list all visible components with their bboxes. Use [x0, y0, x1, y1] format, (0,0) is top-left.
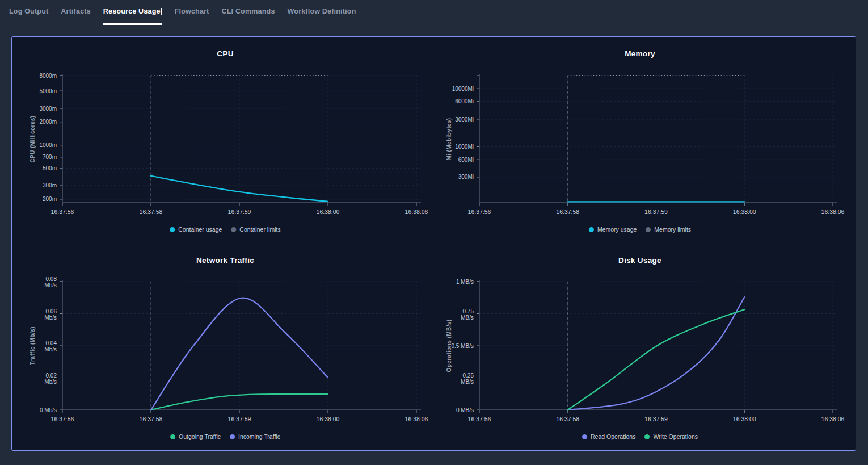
y-tick-label: MB/s — [461, 315, 474, 321]
disk-y-axis-label: Operations (MB/s) — [446, 320, 452, 372]
y-tick-label: 0 Mb/s — [40, 407, 57, 413]
memory-legend: Memory usageMemory limits — [589, 226, 691, 233]
cpu-chart: 16:37:5616:37:5816:37:5916:38:0016:38:06… — [39, 73, 428, 216]
network-legend: Outgoing TrafficIncoming Traffic — [170, 433, 280, 440]
y-tick-label: 1000m — [39, 142, 57, 148]
disk-legend: Read OperationsWrite Operations — [582, 433, 698, 440]
x-tick-label: 16:38:00 — [733, 208, 756, 215]
x-tick-label: 16:37:58 — [556, 416, 579, 422]
y-tick-label: 10000Mi — [452, 86, 474, 92]
y-tick-label: 600Mi — [458, 157, 474, 163]
cpu-chart-title: CPU — [217, 49, 233, 58]
read-operations-dot-icon — [582, 434, 587, 439]
legend-item-memory-usage[interactable]: Memory usage — [589, 226, 637, 233]
resource-usage-page: Log OutputArtifactsResource UsageFlowcha… — [0, 0, 868, 465]
x-tick-label: 16:38:06 — [405, 416, 428, 422]
y-tick-label: 0.5 MB/s — [452, 343, 474, 349]
x-tick-label: 16:37:58 — [140, 416, 163, 422]
y-tick-label: 500m — [43, 165, 57, 171]
memory-y-axis-label: Mi (Mebibytes) — [446, 118, 452, 160]
container-usage-dot-icon — [170, 227, 175, 232]
y-tick-label: 0.06 — [46, 308, 57, 315]
memory-limits-dot-icon — [646, 227, 651, 232]
y-tick-label: 3000m — [39, 106, 57, 112]
write-operations-dot-icon — [644, 434, 650, 439]
cpu-legend: Container usageContainer limits — [170, 226, 280, 233]
x-tick-label: 16:37:56 — [468, 208, 491, 215]
x-tick-label: 16:37:59 — [644, 208, 668, 215]
x-tick-label: 16:37:59 — [644, 416, 668, 422]
x-tick-label: 16:37:58 — [556, 208, 579, 215]
legend-item-write-operations[interactable]: Write Operations — [644, 433, 698, 440]
y-tick-label: 300Mi — [458, 174, 474, 180]
legend-label: Outgoing Traffic — [179, 433, 221, 440]
y-tick-label: 0.25 — [463, 372, 474, 379]
incoming-traffic-dot-icon — [230, 434, 235, 439]
x-tick-label: 16:38:06 — [405, 208, 428, 215]
legend-item-container-limits[interactable]: Container limits — [231, 226, 280, 233]
y-tick-label: 0.75 — [463, 308, 474, 315]
memory-chart: 16:37:5616:37:5816:37:5916:38:0016:38:06… — [452, 74, 845, 215]
y-tick-label: 5000m — [39, 88, 57, 94]
y-tick-label: 6000Mi — [455, 98, 474, 104]
y-tick-label: 200m — [43, 196, 57, 202]
legend-label: Write Operations — [653, 433, 698, 440]
x-tick-label: 16:38:06 — [821, 416, 845, 422]
legend-item-memory-limits[interactable]: Memory limits — [646, 226, 691, 233]
y-tick-label: 0.08 — [46, 276, 57, 282]
network-y-axis-label: Traffic (Mb/s) — [30, 326, 36, 365]
y-tick-label: 0 MB/s — [456, 407, 474, 413]
y-tick-label: MB/s — [461, 379, 474, 385]
y-tick-label: Mb/s — [44, 379, 57, 385]
y-tick-label: Mb/s — [44, 346, 57, 353]
y-tick-label: 8000m — [39, 73, 57, 79]
outgoing-traffic-dot-icon — [170, 434, 175, 439]
x-tick-label: 16:38:00 — [733, 416, 756, 422]
x-tick-label: 16:37:59 — [228, 208, 251, 215]
legend-item-outgoing-traffic[interactable]: Outgoing Traffic — [170, 433, 221, 440]
y-tick-label: Mb/s — [44, 282, 57, 288]
memory-chart-title: Memory — [625, 49, 655, 58]
y-tick-label: 1000Mi — [455, 144, 474, 150]
legend-label: Incoming Traffic — [238, 433, 280, 440]
x-tick-label: 16:37:56 — [51, 208, 74, 215]
legend-item-container-usage[interactable]: Container usage — [170, 226, 222, 233]
x-tick-label: 16:37:56 — [468, 416, 491, 422]
x-tick-label: 16:37:56 — [51, 416, 74, 422]
charts-svg: 16:37:5616:37:5816:37:5916:38:0016:38:06… — [0, 0, 868, 465]
legend-label: Memory limits — [654, 226, 691, 233]
legend-label: Container limits — [239, 226, 280, 233]
y-tick-label: 300m — [43, 182, 57, 188]
x-tick-label: 16:37:59 — [228, 416, 251, 422]
container-limits-dot-icon — [231, 227, 236, 232]
y-tick-label: 2000m — [39, 119, 57, 125]
disk-chart-title: Disk Usage — [618, 256, 661, 265]
y-tick-label: 0.02 — [46, 372, 57, 379]
y-tick-label: 700m — [43, 154, 57, 160]
disk-chart: 16:37:5616:37:5816:37:5916:38:0016:38:06… — [452, 279, 845, 423]
x-tick-label: 16:38:00 — [317, 208, 340, 215]
network-chart: 16:37:5616:37:5816:37:5916:38:0016:38:06… — [40, 276, 428, 422]
y-tick-label: 3000Mi — [455, 116, 474, 123]
legend-label: Read Operations — [591, 433, 635, 440]
x-tick-label: 16:37:58 — [140, 208, 163, 215]
y-tick-label: 1 MB/s — [456, 279, 474, 285]
memory-usage-dot-icon — [589, 227, 594, 232]
network-chart-title: Network Traffic — [196, 256, 254, 265]
legend-item-read-operations[interactable]: Read Operations — [582, 433, 635, 440]
y-tick-label: Mb/s — [44, 315, 57, 321]
cpu-y-axis-label: CPU (Millicores) — [30, 115, 36, 162]
legend-label: Container usage — [178, 226, 222, 233]
x-tick-label: 16:38:06 — [821, 208, 845, 215]
legend-item-incoming-traffic[interactable]: Incoming Traffic — [230, 433, 280, 440]
x-tick-label: 16:38:00 — [317, 416, 340, 422]
write-operations-line — [568, 309, 745, 410]
y-tick-label: 0.04 — [46, 340, 57, 346]
legend-label: Memory usage — [597, 226, 637, 233]
